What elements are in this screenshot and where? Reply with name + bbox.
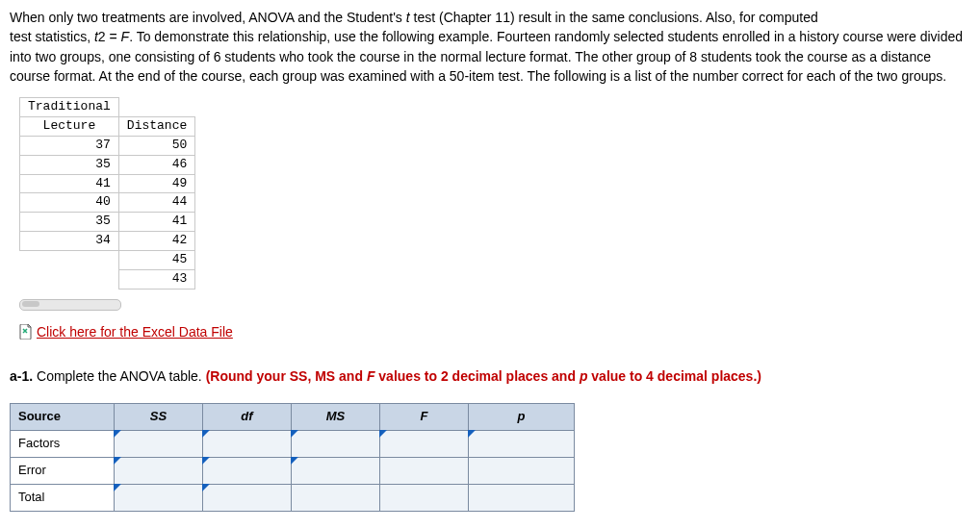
excel-link-text: Click here for the Excel Data File: [37, 322, 233, 341]
anova-row-total: Total: [11, 484, 115, 511]
col1-header1: Traditional: [20, 98, 119, 117]
anova-row-factors: Factors: [11, 431, 115, 458]
question-hint: value to 4 decimal places.): [591, 368, 761, 384]
question-hint-ital: p: [580, 368, 591, 384]
anova-input-total-df[interactable]: [203, 484, 292, 511]
anova-header-p: p: [469, 404, 575, 431]
cell: 45: [118, 250, 194, 269]
anova-blank: [469, 457, 575, 484]
cell: 41: [118, 213, 194, 232]
anova-input-factors-p[interactable]: [469, 431, 575, 458]
question-hint-ital: F: [367, 368, 378, 384]
anova-input-error-ss[interactable]: [115, 457, 203, 484]
intro-text: test (Chapter 11) result in the same con…: [414, 10, 818, 25]
anova-input-factors-df[interactable]: [203, 431, 292, 458]
question-hint: values to 2 decimal places and: [378, 368, 580, 384]
question-a1: a-1. Complete the ANOVA table. (Round yo…: [10, 366, 970, 386]
anova-input-total-ss[interactable]: [115, 484, 203, 511]
anova-input-error-ms[interactable]: [292, 457, 380, 484]
horizontal-scrollbar[interactable]: [19, 299, 121, 311]
cell: 50: [118, 136, 194, 155]
cell: 35: [20, 155, 119, 174]
anova-input-factors-ss[interactable]: [115, 431, 203, 458]
anova-input-factors-ms[interactable]: [292, 431, 380, 458]
intro-ital-t: t: [406, 10, 414, 25]
intro-ital-F: F: [121, 29, 130, 44]
anova-header-ms: MS: [292, 404, 380, 431]
cell: 34: [20, 232, 119, 251]
cell-empty: [20, 269, 119, 289]
question-text: Complete the ANOVA table.: [37, 368, 206, 384]
intro-text: 2 =: [98, 29, 121, 44]
intro-text: . To demonstrate this relationship, use …: [10, 29, 963, 84]
intro-text: test statistics,: [10, 29, 94, 44]
cell-empty: [20, 250, 119, 269]
col2-header: Distance: [118, 117, 194, 137]
anova-row-error: Error: [11, 457, 115, 484]
data-table: Traditional Lecture Distance 3750 3546 4…: [19, 97, 195, 289]
cell: 37: [20, 136, 119, 155]
cell: 41: [20, 174, 119, 193]
intro-paragraph: When only two treatments are involved, A…: [10, 8, 970, 86]
anova-header-df: df: [203, 404, 292, 431]
col1-header2: Lecture: [20, 117, 119, 137]
anova-input-factors-f[interactable]: [380, 431, 469, 458]
anova-blank: [380, 457, 469, 484]
cell: 44: [118, 193, 194, 213]
cell: 40: [20, 193, 119, 213]
anova-header-source: Source: [11, 404, 115, 431]
anova-header-ss: SS: [115, 404, 203, 431]
excel-data-file-link[interactable]: Click here for the Excel Data File: [19, 322, 233, 341]
document-icon: [19, 324, 33, 340]
question-prefix: a-1.: [10, 368, 37, 384]
cell: 46: [118, 155, 194, 174]
anova-input-error-df[interactable]: [203, 457, 292, 484]
cell: 35: [20, 213, 119, 232]
anova-blank: [292, 484, 380, 511]
anova-blank: [380, 484, 469, 511]
anova-blank: [469, 484, 575, 511]
cell: 49: [118, 174, 194, 193]
cell: 42: [118, 232, 194, 251]
question-hint: (Round your SS, MS and: [206, 368, 367, 384]
intro-text: When only two treatments are involved, A…: [10, 10, 406, 25]
anova-table: Source SS df MS F p Factors Error: [10, 403, 575, 511]
anova-header-f: F: [380, 404, 469, 431]
cell: 43: [118, 269, 194, 289]
